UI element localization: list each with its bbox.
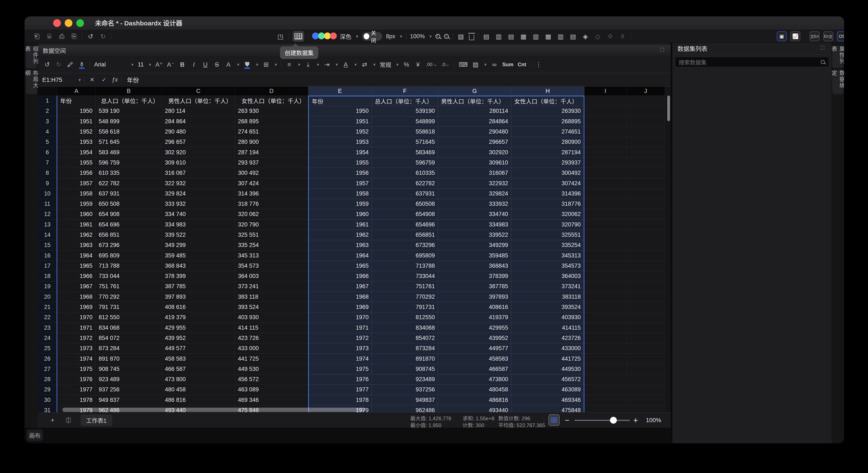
cell-J12[interactable]	[627, 209, 665, 219]
cell-D23[interactable]: 414 115	[235, 323, 308, 333]
export-image-icon[interactable]: ▧	[457, 32, 465, 41]
cell-I22[interactable]	[584, 312, 627, 323]
cell-J9[interactable]	[627, 178, 665, 188]
row-header-2[interactable]: 2	[38, 106, 57, 116]
cell-J15[interactable]	[627, 240, 665, 250]
theme-select[interactable]: 深色	[340, 32, 351, 40]
canvas-zoom-select[interactable]: 100%	[410, 33, 425, 40]
cell-J16[interactable]	[627, 250, 665, 261]
h-align-button[interactable]: ≡	[286, 60, 293, 69]
cell-J1[interactable]	[627, 96, 665, 106]
cell-D29[interactable]: 463 089	[235, 385, 308, 395]
text-rotate-button[interactable]: A̲	[342, 60, 349, 69]
decrease-decimal-button[interactable]: .0←	[441, 60, 450, 69]
cell-D26[interactable]: 441 725	[235, 354, 308, 364]
cell-D16[interactable]: 345 313	[235, 250, 308, 261]
close-window-button[interactable]	[53, 19, 61, 27]
cell-I1[interactable]	[584, 96, 627, 106]
cell-C15[interactable]: 349 299	[162, 240, 235, 250]
cell-H2[interactable]: 263930	[511, 106, 584, 116]
cell-B7[interactable]: 596 759	[96, 158, 162, 168]
cell-I15[interactable]	[584, 240, 627, 250]
row-header-26[interactable]: 26	[38, 354, 57, 364]
cell-B18[interactable]: 733 044	[96, 271, 162, 282]
cell-F4[interactable]: 558618	[372, 127, 438, 137]
cell-A15[interactable]: 1963	[57, 240, 96, 250]
cell-E23[interactable]: 1971	[308, 323, 372, 333]
cell-B1[interactable]: 总人口（单位：千人）	[96, 96, 162, 106]
cell-B24[interactable]: 854 072	[96, 333, 162, 343]
select-all-corner[interactable]	[38, 87, 57, 96]
cell-J4[interactable]	[627, 127, 665, 137]
zoom-slider-thumb[interactable]	[610, 417, 617, 424]
cell-D27[interactable]: 449 530	[235, 364, 308, 374]
cell-B19[interactable]: 751 761	[96, 282, 162, 292]
cell-G16[interactable]: 359485	[438, 250, 511, 261]
row-header-3[interactable]: 3	[38, 116, 57, 127]
cell-D2[interactable]: 263 930	[235, 106, 308, 116]
row-header-12[interactable]: 12	[38, 209, 57, 219]
cell-F5[interactable]: 571645	[372, 137, 438, 147]
column-header-C[interactable]: C	[162, 87, 235, 96]
cell-E19[interactable]: 1967	[308, 282, 372, 292]
cell-I24[interactable]	[584, 333, 627, 343]
designer-canvas[interactable]: 画布	[25, 428, 671, 443]
cell-F24[interactable]: 854072	[372, 333, 438, 343]
cell-A10[interactable]: 1958	[57, 189, 96, 199]
sum-button[interactable]: Sum	[502, 62, 514, 67]
cell-G20[interactable]: 397893	[438, 292, 511, 302]
cell-F31[interactable]: 962486	[372, 405, 438, 412]
cell-C21[interactable]: 408 616	[162, 302, 235, 312]
expand-icon[interactable]	[821, 46, 826, 51]
cell-J29[interactable]	[627, 385, 665, 395]
cell-G30[interactable]: 486816	[438, 395, 511, 405]
cell-H19[interactable]: 373241	[511, 282, 584, 292]
cell-I5[interactable]	[584, 137, 627, 147]
cell-J18[interactable]	[627, 271, 665, 282]
sheet-tab[interactable]: 工作表1	[81, 414, 112, 426]
strikethrough-button[interactable]: S	[213, 60, 220, 69]
cell-D12[interactable]: 320 062	[235, 209, 308, 219]
cell-I21[interactable]	[584, 302, 627, 312]
cell-E12[interactable]: 1960	[308, 209, 372, 219]
cell-G9[interactable]: 322932	[438, 178, 511, 188]
row-header-24[interactable]: 24	[38, 333, 57, 343]
align-left-icon[interactable]: ▤	[482, 32, 491, 41]
cell-F1[interactable]: 总人口（单位：千人）	[372, 96, 438, 106]
cell-I19[interactable]	[584, 282, 627, 292]
cell-F30[interactable]: 949837	[372, 395, 438, 405]
save-icon[interactable]: ⎙	[58, 32, 66, 41]
cell-F12[interactable]: 654908	[372, 209, 438, 219]
cell-E2[interactable]: 1950	[308, 106, 372, 116]
sheet-list-icon[interactable]: ⎅	[64, 416, 73, 425]
send-back-icon[interactable]: ◇	[593, 32, 602, 41]
cell-F3[interactable]: 548899	[372, 116, 438, 127]
cell-A27[interactable]: 1975	[57, 364, 96, 374]
cell-G11[interactable]: 333932	[438, 199, 511, 209]
cell-reference-box[interactable]: E1:H75	[42, 77, 74, 83]
cell-A26[interactable]: 1974	[57, 354, 96, 364]
cell-H24[interactable]: 423726	[511, 333, 584, 343]
cell-G6[interactable]: 302920	[438, 147, 511, 157]
cell-F8[interactable]: 610335	[372, 168, 438, 178]
cell-A19[interactable]: 1967	[57, 282, 96, 292]
cell-H30[interactable]: 469346	[511, 395, 584, 405]
tab-data-binding[interactable]: 数据绑定	[832, 70, 843, 94]
cell-A2[interactable]: 1950	[57, 106, 96, 116]
cell-H16[interactable]: 345313	[511, 250, 584, 261]
cell-E18[interactable]: 1966	[308, 271, 372, 282]
cell-C9[interactable]: 322 932	[162, 178, 235, 188]
cell-B6[interactable]: 583 469	[96, 147, 162, 157]
cell-B28[interactable]: 923 489	[96, 374, 162, 385]
cell-B22[interactable]: 812 550	[96, 312, 162, 323]
cell-J17[interactable]	[627, 261, 665, 271]
zoom-out-icon[interactable]: −	[444, 34, 449, 39]
cell-H26[interactable]: 441725	[511, 354, 584, 364]
cell-F19[interactable]: 751761	[372, 282, 438, 292]
currency-format-button[interactable]: ¥	[414, 60, 422, 69]
cell-C16[interactable]: 359 485	[162, 250, 235, 261]
cell-B23[interactable]: 834 068	[96, 323, 162, 333]
cell-J11[interactable]	[627, 199, 665, 209]
gap-size-select[interactable]: 8px	[386, 33, 395, 40]
cell-G4[interactable]: 290480	[438, 127, 511, 137]
